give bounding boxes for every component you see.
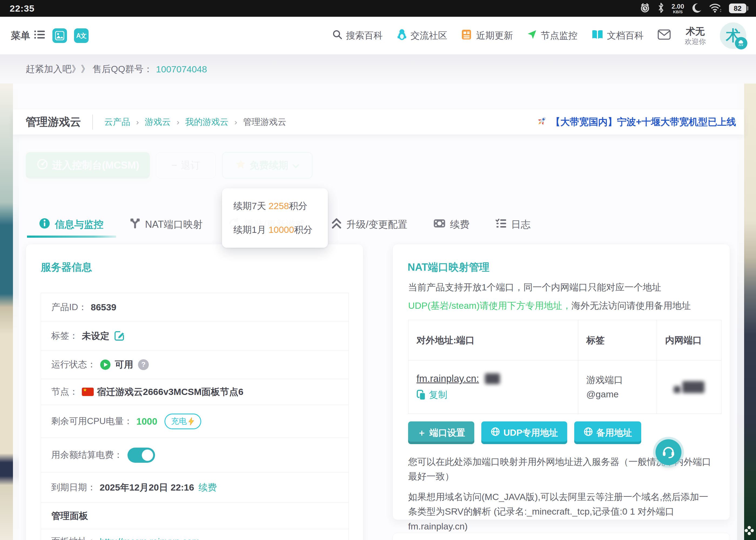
- qq-penguin-icon: [397, 29, 407, 43]
- row-panel-section: 管理面板: [41, 503, 348, 529]
- blurred-internal-port-2: [682, 381, 704, 393]
- support-fab-button[interactable]: [656, 439, 682, 465]
- renew-link[interactable]: 续费: [198, 481, 217, 494]
- renew-dropdown-menu: 续期7天 2258积分 续期1月 10000积分: [222, 188, 328, 248]
- server-info-title: 服务器信息: [41, 260, 92, 274]
- nav-item-docs[interactable]: 文档百科: [591, 30, 644, 42]
- crumb-my-game-cloud[interactable]: 我的游戏云: [185, 116, 228, 128]
- help-question-icon[interactable]: ?: [138, 359, 149, 370]
- header-tag: 标签: [578, 320, 657, 360]
- status-badge: 可用: [115, 358, 133, 371]
- info-icon: [39, 217, 51, 232]
- qq-banner: 赶紧加入吧》》 售后QQ群号： 1007074048: [0, 55, 756, 83]
- globe-icon: [490, 427, 500, 439]
- moon-icon: [691, 2, 702, 14]
- gallery-icon[interactable]: [53, 28, 67, 43]
- lightning-icon: [188, 417, 194, 426]
- udp-address-button[interactable]: UDP专用地址: [481, 421, 567, 444]
- copy-icon: [417, 389, 426, 400]
- row-expire-date: 到期日期： 2025年12月20日 22:16 续费: [41, 472, 348, 503]
- screen: 22:35 2.00KB/S 82 菜单: [0, 0, 756, 540]
- navigation-arrow-icon: [527, 30, 537, 42]
- bluetooth-icon: [657, 2, 665, 15]
- search-icon: [332, 30, 342, 42]
- nat-desc-2: UDP(基岩/steam)请使用下方专用地址，海外无法访问请使用备用地址: [408, 298, 717, 313]
- blurred-internal-port: [674, 386, 681, 393]
- nat-title: NAT端口映射管理: [408, 260, 489, 274]
- envelope-icon: [658, 29, 671, 42]
- header-internal-port: 内网端口: [657, 320, 721, 360]
- port-tag: 游戏端口@game: [586, 373, 638, 401]
- page-title: 管理游戏云: [26, 114, 81, 129]
- tab-nat-port-mapping[interactable]: NAT端口映射: [129, 218, 202, 231]
- copy-button[interactable]: 复制: [417, 389, 570, 401]
- double-chevron-up-icon: [331, 217, 342, 232]
- top-navbar: 菜单 A文 搜索百科 交流社区: [0, 17, 756, 55]
- checklist-icon: [495, 218, 507, 231]
- status-bar: 22:35 2.00KB/S 82: [0, 0, 756, 17]
- translate-icon[interactable]: A文: [74, 28, 88, 43]
- status-available-icon: [100, 359, 111, 370]
- server-info-table: 产品ID： 86539 标签： 未设定 运行状态： 可用 ? 节点：: [41, 293, 349, 540]
- branch-icon: [129, 218, 141, 231]
- crumb-current: 管理游戏云: [243, 116, 286, 128]
- banner-text: 赶紧加入吧》》 售后QQ群号：: [26, 63, 153, 75]
- mail-button[interactable]: [658, 29, 671, 42]
- wifi-icon: [709, 2, 722, 14]
- crumb-game-cloud[interactable]: 游戏云: [145, 116, 171, 128]
- globe-icon: [583, 427, 593, 439]
- qq-number-link[interactable]: 1007074048: [156, 64, 207, 74]
- welcome-text: 欢迎你: [685, 37, 706, 46]
- background-flower: [745, 526, 754, 535]
- avatar[interactable]: 术: [720, 22, 746, 49]
- page-header: 管理游戏云 云产品 › 游戏云 › 我的游戏云 › 管理游戏云 【大带宽国内】宁…: [13, 109, 744, 135]
- tab-info-monitor[interactable]: 信息与监控: [39, 217, 103, 232]
- menu-label: 菜单: [11, 29, 30, 43]
- tab-renew[interactable]: 续费: [433, 218, 469, 231]
- banknote-icon: [433, 218, 446, 231]
- nat-card: NAT端口映射管理 当前产品支持开放1个端口，同一个内网端口只能对应一个地址 U…: [392, 244, 730, 520]
- row-node: 节点： 宿迁游戏云2666v3MCSM面板节点6: [41, 379, 348, 405]
- battery-indicator: 82: [729, 4, 746, 13]
- china-flag-icon: [82, 388, 94, 396]
- breadcrumb: 云产品 › 游戏云 › 我的游戏云 › 管理游戏云: [104, 116, 286, 128]
- panel-address-link[interactable]: http://mcsm.rainyun.com: [100, 536, 199, 540]
- port-setting-button[interactable]: ＋ 端口设置: [408, 421, 474, 444]
- user-info[interactable]: 术无 欢迎你: [685, 25, 706, 46]
- blurred-port: [485, 373, 500, 384]
- charge-button[interactable]: 充电: [165, 414, 201, 429]
- nat-port-table: 对外地址:端口 标签 内网端口 fm.rainplay.cn: 复制 游戏端口@…: [408, 320, 721, 414]
- tab-logs[interactable]: 日志: [495, 218, 531, 231]
- rain-cloud-icon: [735, 37, 747, 50]
- header-external-address: 对外地址:端口: [408, 320, 578, 360]
- nat-table-row: fm.rainplay.cn: 复制 游戏端口@game: [408, 361, 721, 414]
- nav-item-node-monitor[interactable]: 节点监控: [527, 30, 577, 42]
- balance-billing-toggle[interactable]: [127, 448, 155, 463]
- divider: [92, 114, 93, 130]
- announcement-link[interactable]: 【大带宽国内】宁波+十堰大带宽机型已上线: [536, 115, 736, 129]
- renew-7days-option[interactable]: 续期7天 2258积分: [222, 200, 328, 212]
- next-card-edge: [392, 533, 730, 540]
- nat-table-header: 对外地址:端口 标签 内网端口: [408, 320, 721, 361]
- backup-address-button[interactable]: 备用地址: [574, 421, 641, 444]
- clock-time: 22:35: [10, 3, 35, 14]
- external-address-link[interactable]: fm.rainplay.cn:: [417, 373, 570, 384]
- headset-icon: [662, 445, 676, 460]
- edit-tag-button[interactable]: [114, 330, 125, 342]
- menu-button[interactable]: 菜单: [11, 29, 45, 43]
- username: 术无: [686, 25, 705, 37]
- row-balance-billing: 用余额结算电费：: [41, 438, 348, 472]
- tab-upgrade-config[interactable]: 升级/变更配置: [331, 217, 407, 232]
- renew-1month-option[interactable]: 续期1月 10000积分: [222, 224, 328, 236]
- crumb-cloud-products[interactable]: 云产品: [104, 116, 130, 128]
- active-tab-underline: [27, 235, 116, 238]
- nat-actions: ＋ 端口设置 UDP专用地址 备用地址: [408, 421, 641, 444]
- news-icon: [461, 29, 473, 42]
- nav-item-community[interactable]: 交流社区: [397, 29, 447, 43]
- nav-item-updates[interactable]: 近期更新: [461, 29, 513, 42]
- nav-item-search[interactable]: 搜索百科: [332, 30, 383, 42]
- row-panel-address: 面板地址： http://mcsm.rainyun.com: [41, 529, 348, 540]
- nat-note-2: 如果想用域名访问(MC_JAVA版),可以去阿里云等注册一个域名,然后添加一条类…: [408, 489, 717, 534]
- alarm-icon: [640, 2, 650, 14]
- server-info-card: 服务器信息 产品ID： 86539 标签： 未设定 运行状态： 可用 ?: [26, 244, 363, 540]
